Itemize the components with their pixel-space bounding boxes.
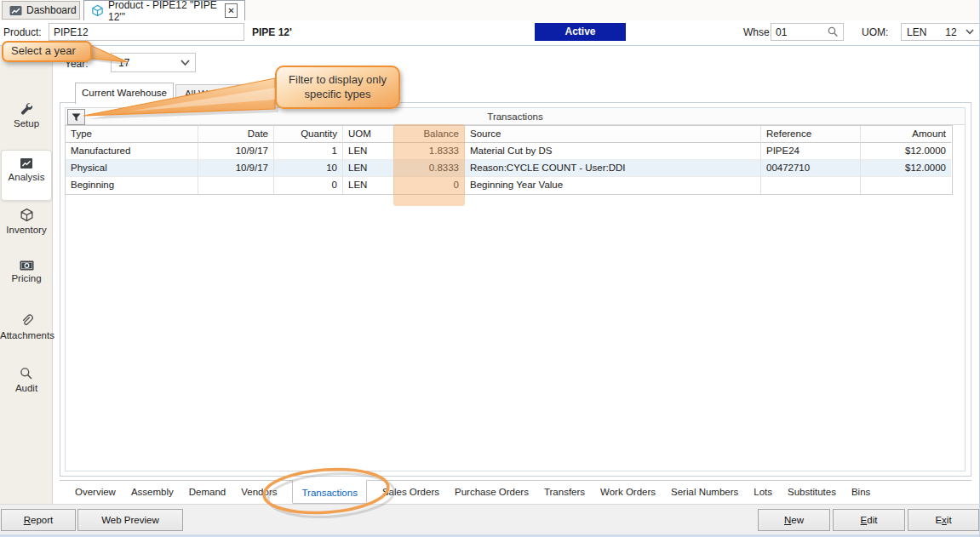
filter-callout-line1: Filter to display only xyxy=(289,73,387,87)
cell-type: Beginning xyxy=(66,177,198,194)
header-separator xyxy=(0,45,980,46)
sidebar-item-label: Audit xyxy=(0,383,53,393)
sidebar-item-label: Setup xyxy=(0,118,53,129)
chevron-down-icon xyxy=(181,60,195,66)
cell-balance: 0 xyxy=(394,177,465,194)
sidebar-item-attachments[interactable]: Attachments xyxy=(0,313,53,340)
cell-amount: $12.0000 xyxy=(861,160,951,177)
tab-all-warehouses[interactable]: All Warehouses xyxy=(175,84,262,103)
year-label: Year: xyxy=(65,58,89,70)
new-button[interactable]: New xyxy=(758,509,830,531)
column-header-type[interactable]: Type xyxy=(66,126,198,143)
tab-serial-numbers[interactable]: Serial Numbers xyxy=(671,481,738,504)
cell-date: 10/9/17 xyxy=(198,160,274,177)
product-window: { "window": { "tabs": [ { "label": "Dash… xyxy=(0,0,980,537)
product-input[interactable] xyxy=(49,23,244,41)
filter-callout-line2: specific types xyxy=(304,88,370,101)
cell-source: Material Cut by DS xyxy=(465,143,761,160)
sidebar-item-inventory[interactable]: Inventory xyxy=(0,208,53,235)
transactions-table: Type Date Quantity UOM Balance Source Re… xyxy=(65,125,953,195)
tab-substitutes[interactable]: Substitutes xyxy=(788,481,836,504)
tab-lots[interactable]: Lots xyxy=(754,481,772,504)
cell-reference: 00472710 xyxy=(761,160,861,177)
column-header-uom[interactable]: UOM xyxy=(343,126,394,143)
cell-reference: PIPE24 xyxy=(761,143,861,160)
column-header-source[interactable]: Source xyxy=(465,126,761,143)
active-status-button[interactable]: Active xyxy=(535,23,626,41)
year-value: 17 xyxy=(112,57,181,69)
cell-uom: LEN xyxy=(343,143,394,160)
cell-amount: $12.0000 xyxy=(861,143,951,160)
sidebar-item-label: Analysis xyxy=(0,172,53,182)
uom-dropdown[interactable]: LEN 12 xyxy=(901,23,980,41)
tab-purchase-orders[interactable]: Purchase Orders xyxy=(455,481,529,504)
column-header-quantity[interactable]: Quantity xyxy=(274,126,343,143)
tab-transfers[interactable]: Transfers xyxy=(544,481,585,504)
tab-transactions[interactable]: Transactions xyxy=(292,480,366,504)
uom-qty: 12 xyxy=(945,26,966,38)
tab-dashboard-label: Dashboard xyxy=(26,4,77,16)
cell-balance: 0.8333 xyxy=(394,160,465,177)
sidebar-item-analysis[interactable]: Analysis xyxy=(0,157,53,182)
tab-vendors[interactable]: Vendors xyxy=(241,481,277,504)
product-header: Product: PIPE 12' Active Whse: UOM: LEN … xyxy=(0,20,980,46)
table-header-row: Type Date Quantity UOM Balance Source Re… xyxy=(66,126,952,143)
sidebar-item-setup[interactable]: Setup xyxy=(0,102,53,129)
cube-icon xyxy=(20,208,34,222)
table-row[interactable]: Beginning 0 LEN 0 Beginning Year Value xyxy=(66,177,952,194)
cell-uom: LEN xyxy=(343,160,394,177)
page-tab-strip: Overview Assembly Demand Vendors Transac… xyxy=(60,480,971,504)
sidebar: Setup Analysis Inventory Pricing Attachm… xyxy=(0,46,53,504)
report-button[interactable]: Report xyxy=(1,509,76,531)
exit-button[interactable]: Exit xyxy=(908,509,979,531)
filter-button[interactable] xyxy=(67,109,85,125)
product-cube-icon xyxy=(91,4,104,17)
web-preview-button[interactable]: Web Preview xyxy=(77,509,183,531)
tab-current-warehouse[interactable]: Current Warehouse xyxy=(75,83,174,104)
column-header-reference[interactable]: Reference xyxy=(761,126,861,143)
column-header-date[interactable]: Date xyxy=(198,126,274,143)
table-row[interactable]: Physical 10/9/17 10 LEN 0.8333 Reason:CY… xyxy=(66,160,952,177)
edit-button[interactable]: Edit xyxy=(833,509,905,531)
tab-assembly[interactable]: Assembly xyxy=(131,481,174,504)
product-label: Product: xyxy=(3,26,42,38)
footer-button-bar: Report Web Preview New Edit Exit xyxy=(0,504,980,537)
cell-date: 10/9/17 xyxy=(198,143,274,160)
dashboard-chart-icon xyxy=(9,5,22,16)
chart-icon xyxy=(20,157,33,169)
cell-date xyxy=(198,177,274,194)
tab-product[interactable]: Product - PIPE12 "PIPE 12'" ✕ xyxy=(83,0,245,20)
tab-bins[interactable]: Bins xyxy=(851,481,870,504)
column-header-balance[interactable]: Balance xyxy=(394,126,465,143)
product-description: PIPE 12' xyxy=(252,26,292,38)
table-row[interactable]: Manufactured 10/9/17 1 LEN 1.8333 Materi… xyxy=(66,143,952,160)
sidebar-item-pricing[interactable]: Pricing xyxy=(0,260,53,283)
close-icon[interactable]: ✕ xyxy=(225,3,238,18)
year-dropdown[interactable]: 17 xyxy=(111,53,196,72)
cell-quantity: 0 xyxy=(274,177,343,194)
tab-demand[interactable]: Demand xyxy=(189,481,226,504)
cell-quantity: 10 xyxy=(274,160,343,177)
cell-type: Manufactured xyxy=(66,143,198,160)
tab-work-orders[interactable]: Work Orders xyxy=(600,481,656,504)
transactions-group-title: Transactions xyxy=(65,107,966,125)
document-tab-bar: Dashboard Product - PIPE12 "PIPE 12'" ✕ xyxy=(0,0,980,20)
column-header-amount[interactable]: Amount xyxy=(861,126,951,143)
chevron-down-icon xyxy=(966,29,979,35)
search-icon[interactable] xyxy=(828,26,839,37)
tab-dashboard[interactable]: Dashboard xyxy=(2,1,80,20)
cell-quantity: 1 xyxy=(274,143,343,160)
tab-sales-orders[interactable]: Sales Orders xyxy=(382,481,439,504)
uom-value: LEN xyxy=(902,26,926,38)
cell-type: Physical xyxy=(66,160,198,177)
sidebar-item-label: Inventory xyxy=(0,225,53,235)
funnel-icon xyxy=(72,113,81,122)
cell-source: Beginning Year Value xyxy=(465,177,761,194)
tab-overview[interactable]: Overview xyxy=(75,481,116,504)
wrench-icon xyxy=(20,102,33,116)
whse-label: Whse: xyxy=(743,26,772,38)
cell-balance: 1.8333 xyxy=(394,143,465,160)
sidebar-item-audit[interactable]: Audit xyxy=(0,367,53,393)
cell-reference xyxy=(761,177,861,194)
paperclip-icon xyxy=(20,313,33,328)
